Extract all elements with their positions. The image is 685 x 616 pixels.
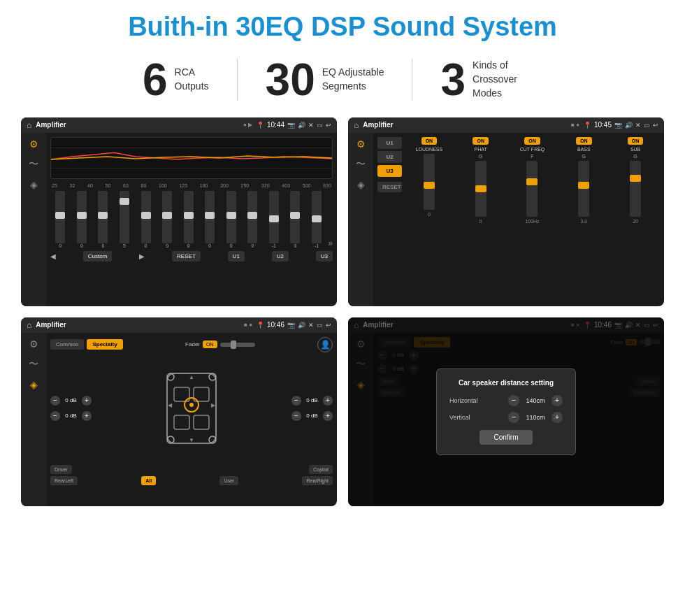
eq-thumb-2[interactable] [77, 212, 87, 219]
speaker-sidebar-speaker-icon[interactable]: ◈ [30, 379, 38, 390]
eq-thumb-4[interactable] [120, 198, 129, 205]
fader-thumb[interactable] [231, 341, 236, 349]
bass-thumb[interactable] [578, 182, 589, 189]
user-btn[interactable]: User [219, 476, 238, 485]
eq-thumb-12[interactable] [290, 212, 300, 219]
eq-thumb-6[interactable] [162, 212, 172, 219]
crossover-reset-btn[interactable]: RESET [377, 182, 402, 192]
vol2-minus[interactable]: − [50, 411, 60, 421]
vol4-minus[interactable]: − [291, 411, 301, 421]
preset-u3-btn[interactable]: U3 [377, 165, 402, 177]
eq-thumb-1[interactable] [55, 212, 65, 219]
eq-track-1[interactable] [55, 191, 65, 243]
eq-u1-btn[interactable]: U1 [228, 251, 245, 262]
cutfreq-on-btn[interactable]: ON [524, 137, 540, 145]
rearright-btn[interactable]: RearRight [302, 476, 333, 485]
speaker-home-icon[interactable]: ⌂ [27, 320, 31, 330]
bass-on-btn[interactable]: ON [576, 137, 592, 145]
eq-slider-11: -1 [264, 191, 284, 248]
eq-thumb-13[interactable] [312, 215, 322, 222]
eq-thumb-7[interactable] [184, 212, 194, 219]
vol3-plus[interactable]: + [323, 396, 333, 406]
eq-sidebar-eq-icon[interactable]: ⚙ [29, 138, 38, 150]
eq-reset-btn[interactable]: RESET [172, 251, 201, 262]
driver-btn[interactable]: Driver [50, 465, 72, 474]
vol1-minus[interactable]: − [50, 396, 60, 406]
eq-thumb-5[interactable] [141, 212, 151, 219]
eq-thumb-3[interactable] [98, 212, 108, 219]
eq-sidebar-speaker-icon[interactable]: ◈ [30, 179, 38, 190]
all-btn[interactable]: All [141, 476, 156, 485]
vol1-plus[interactable]: + [82, 396, 92, 406]
eq-track-13[interactable] [312, 191, 322, 243]
eq-track-2[interactable] [77, 191, 87, 243]
vertical-minus-btn[interactable]: − [508, 412, 519, 423]
speaker-tab-specialty[interactable]: Specialty [87, 339, 122, 350]
sub-track[interactable] [630, 161, 641, 217]
loudness-on-btn[interactable]: ON [421, 137, 438, 145]
speaker-tab-common[interactable]: Common [50, 339, 84, 350]
vertical-plus-btn[interactable]: + [551, 412, 563, 423]
eq-slider-3: 0 [93, 191, 113, 248]
rearleft-btn[interactable]: RearLeft [50, 476, 78, 485]
horizontal-row: Horizontal − 140cm + [449, 395, 563, 406]
vol3-minus[interactable]: − [291, 396, 301, 406]
eq-track-8[interactable] [205, 191, 215, 243]
dialog-overlay: Car speaker distance setting Horizontal … [348, 317, 664, 506]
eq-track-4[interactable] [120, 191, 129, 243]
cutfreq-thumb[interactable] [526, 178, 538, 185]
eq-track-7[interactable] [184, 191, 194, 243]
eq-track-3[interactable] [98, 191, 108, 243]
bass-track[interactable] [578, 161, 589, 217]
crossover-home-icon[interactable]: ⌂ [354, 120, 359, 130]
eq-prev-arrow[interactable]: ◀ [50, 252, 56, 260]
loudness-thumb[interactable] [424, 182, 435, 189]
crossover-sidebar-wave-icon[interactable]: 〜 [356, 158, 366, 171]
speaker-sidebar-wave-icon[interactable]: 〜 [29, 358, 38, 371]
vertical-row: Vertical − 110cm + [449, 412, 563, 423]
vol2-plus[interactable]: + [82, 411, 92, 421]
eq-next-arrow[interactable]: ▶ [139, 252, 145, 260]
eq-u3-btn[interactable]: U3 [316, 251, 333, 262]
eq-track-10[interactable] [247, 191, 257, 243]
profile-icon[interactable]: 👤 [317, 337, 333, 352]
eq-sidebar-wave-icon[interactable]: 〜 [29, 158, 38, 171]
fader-slider[interactable] [220, 343, 255, 347]
eq-slider-13: -1 [307, 191, 327, 248]
crossover-sidebar-eq-icon[interactable]: ⚙ [356, 138, 366, 150]
copilot-btn[interactable]: Copilot [309, 465, 333, 474]
eq-preset-name[interactable]: Custom [83, 251, 113, 262]
cutfreq-track[interactable] [526, 161, 538, 217]
eq-track-12[interactable] [290, 191, 300, 243]
eq-u2-btn[interactable]: U2 [272, 251, 289, 262]
confirm-button[interactable]: Confirm [480, 430, 532, 445]
horizontal-minus-btn[interactable]: − [508, 395, 519, 406]
eq-track-9[interactable] [226, 191, 236, 243]
crossover-sidebar-speaker-icon[interactable]: ◈ [357, 179, 365, 190]
preset-u2-btn[interactable]: U2 [377, 151, 402, 163]
horizontal-plus-btn[interactable]: + [551, 395, 563, 406]
speaker-sidebar-eq-icon[interactable]: ⚙ [29, 338, 38, 350]
eq-thumb-9[interactable] [226, 212, 236, 219]
eq-slider-6: 0 [157, 191, 178, 248]
eq-thumb-10[interactable] [247, 212, 257, 219]
fader-on-btn[interactable]: ON [203, 341, 217, 348]
sub-thumb[interactable] [630, 175, 641, 182]
eq-track-5[interactable] [141, 191, 151, 243]
phat-on-btn[interactable]: ON [473, 137, 489, 145]
phat-track[interactable] [475, 161, 486, 217]
vol4-plus[interactable]: + [323, 411, 333, 421]
preset-u1-btn[interactable]: U1 [377, 137, 402, 149]
eq-track-6[interactable] [162, 191, 172, 243]
sub-on-btn[interactable]: ON [628, 137, 644, 145]
loudness-track[interactable] [424, 154, 435, 210]
bass-val: 3.0 [580, 219, 587, 224]
eq-track-11[interactable] [269, 191, 279, 243]
speaker-time: 10:46 [267, 321, 284, 329]
vol1-value: 0 dB [62, 397, 80, 403]
home-icon[interactable]: ⌂ [27, 120, 31, 130]
eq-more-arrow[interactable]: » [328, 238, 333, 248]
eq-thumb-11[interactable] [269, 215, 279, 222]
phat-thumb[interactable] [475, 185, 486, 192]
eq-thumb-8[interactable] [205, 212, 215, 219]
